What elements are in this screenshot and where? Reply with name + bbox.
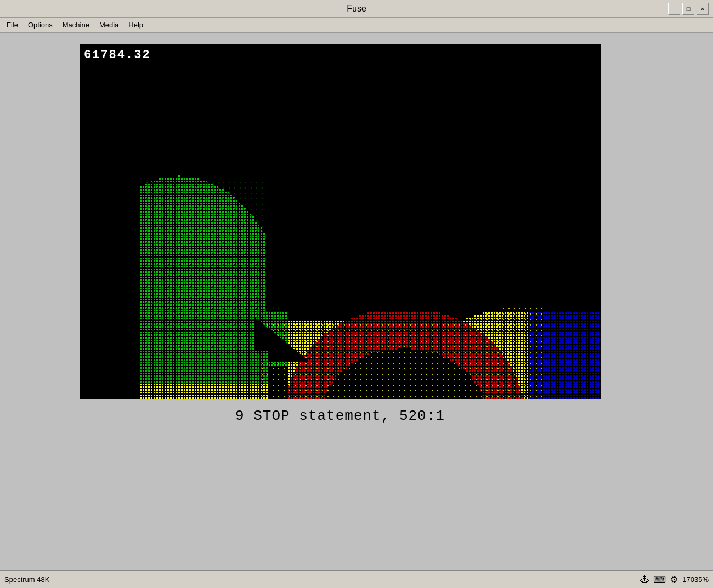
spectrum-canvas xyxy=(80,44,601,399)
window-title: Fuse xyxy=(347,4,366,14)
menu-options[interactable]: Options xyxy=(24,19,57,31)
settings-icon: ⚙ xyxy=(670,574,678,585)
menu-media[interactable]: Media xyxy=(95,19,123,31)
score-display: 61784.32 xyxy=(84,48,151,62)
spectrum-screen: 61784.32 xyxy=(80,44,601,399)
close-button[interactable]: × xyxy=(697,3,709,15)
menu-machine[interactable]: Machine xyxy=(58,19,94,31)
menu-bar: File Options Machine Media Help xyxy=(0,18,713,33)
window-controls: − □ × xyxy=(668,3,709,15)
machine-type: Spectrum 48K xyxy=(4,575,640,584)
status-icons: 🕹 ⌨ ⚙ 17035% xyxy=(640,574,709,585)
zoom-level: 17035% xyxy=(682,575,709,584)
menu-file[interactable]: File xyxy=(2,19,22,31)
menu-help[interactable]: Help xyxy=(124,19,148,31)
stop-statement: 9 STOP statement, 520:1 xyxy=(80,408,601,424)
title-bar: Fuse − □ × xyxy=(0,0,713,18)
status-bar: Spectrum 48K 🕹 ⌨ ⚙ 17035% xyxy=(0,570,713,588)
main-content: 61784.32 9 STOP statement, 520:1 xyxy=(0,33,713,424)
keyboard-icon: ⌨ xyxy=(653,574,666,585)
joystick-icon: 🕹 xyxy=(640,575,649,585)
maximize-button[interactable]: □ xyxy=(682,3,694,15)
minimize-button[interactable]: − xyxy=(668,3,680,15)
